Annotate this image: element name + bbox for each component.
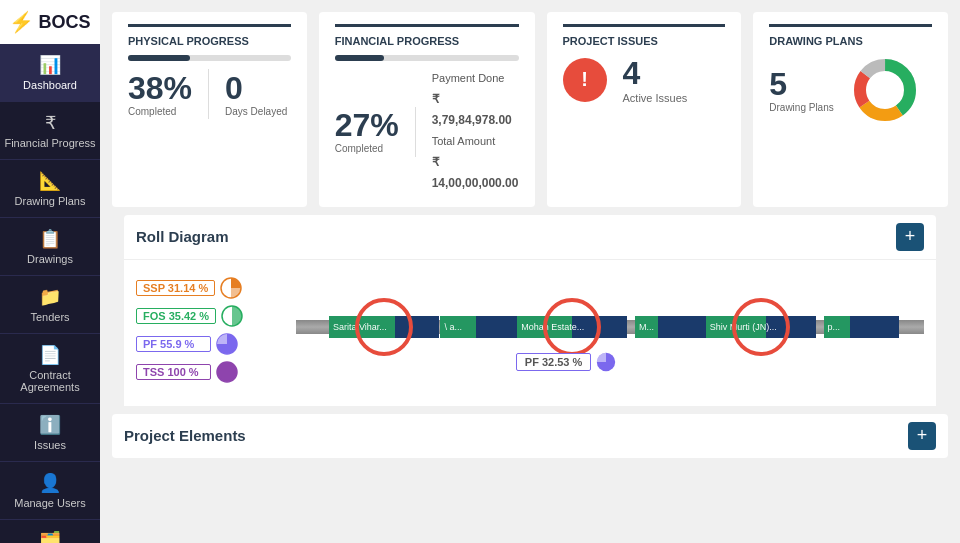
legend-items: SSP 31.14 % FOS 35.42 % [136,276,296,384]
sidebar-item-label: Contract Agreements [4,369,96,393]
total-amount-label: Total Amount [432,132,519,152]
main-content: PHYSICAL PROGRESS 38% Completed 0 Days D… [100,0,960,543]
station-1: Sarita Vihar... [329,297,439,357]
roll-diagram-layout: SSP 31.14 % FOS 35.42 % [136,272,924,394]
station-2-circle [543,298,601,356]
financial-completed-label: Completed [335,143,399,154]
sidebar-item-label: Manage Users [14,497,86,509]
legend-tss-tag: TSS 100 % [136,364,211,380]
drawing-plans-card: DRAWING PLANS 5 Drawing Plans [753,12,948,207]
drawing-plans-icon: 📐 [39,170,61,192]
sidebar-item-manage-users[interactable]: 👤 Manage Users [0,462,100,520]
tenders-icon: 📁 [39,286,61,308]
project-elements-title: Project Elements [124,427,246,444]
financial-amounts: Payment Done ₹ 3,79,84,978.00 Total Amou… [432,69,519,195]
issues-icon: ℹ️ [39,414,61,436]
sidebar-item-label: Tenders [30,311,69,323]
rail-area: Sarita Vihar... \ a... [296,272,924,382]
station-3-circle [732,298,790,356]
legend-pf-tag: PF 55.9 % [136,336,211,352]
sidebar-item-label: Drawing Plans [15,195,86,207]
divider [208,69,209,119]
station-3-inner: Shiv Murti (JN)... [706,297,816,357]
roll-diagram-title: Roll Diagram [136,228,229,245]
physical-progress-fill [128,55,190,61]
floating-pf-label: PF 32.53 % [516,351,617,373]
sidebar-item-label: Drawings [27,253,73,265]
legend-item-tss: TSS 100 % [136,360,296,384]
segment-3-label: p... [824,322,845,332]
project-issues-card: PROJECT ISSUES ! 4 Active Issues [547,12,742,207]
project-info-icon: 🗂️ [39,530,61,543]
legend-fos-tag: FOS 35.42 % [136,308,216,324]
floating-pf-pie [595,351,617,373]
financial-icon: ₹ [45,112,56,134]
contract-icon: 📄 [39,344,61,366]
financial-percentage: 27% [335,109,399,141]
drawing-count-block: 5 Drawing Plans [769,68,833,113]
physical-days-label: Days Delayed [225,106,287,117]
legend-tss-pie [215,360,239,384]
financial-progress-bar [335,55,519,61]
project-issues-content: ! 4 Active Issues [563,55,726,104]
sidebar-item-drawing-plans[interactable]: 📐 Drawing Plans [0,160,100,218]
station-2: Mohan Estate... [517,297,627,357]
project-elements-add-button[interactable]: + [908,422,936,450]
sidebar-item-drawings[interactable]: 📋 Drawings [0,218,100,276]
sidebar-item-contract[interactable]: 📄 Contract Agreements [0,334,100,404]
financial-progress-fill [335,55,385,61]
floating-pf-tag: PF 32.53 % [516,353,591,371]
roll-diagram-section: Roll Diagram + SSP 31.14 % [112,215,948,406]
drawing-plans-content: 5 Drawing Plans [769,55,932,125]
station-1-inner: Sarita Vihar... [329,297,439,357]
issues-count-block: 4 Active Issues [623,55,688,104]
roll-diagram-add-button[interactable]: + [896,223,924,251]
issue-alert-icon: ! [563,58,607,102]
legend-fos-pie [220,304,244,328]
legend-pf-pie [215,332,239,356]
physical-percentage-block: 38% Completed [128,72,192,117]
segment-1: \ a... [440,316,528,338]
station-1-circle [355,298,413,356]
sidebar-item-financial[interactable]: ₹ Financial Progress [0,102,100,160]
physical-completed-label: Completed [128,106,192,117]
divider-2 [415,107,416,157]
issues-count: 4 [623,55,688,92]
svg-point-8 [217,362,237,382]
physical-progress-content: 38% Completed 0 Days Delayed [128,69,291,119]
drawing-donut-chart [850,55,920,125]
physical-days-block: 0 Days Delayed [225,72,287,117]
physical-days: 0 [225,72,287,104]
sidebar-item-label: Issues [34,439,66,451]
legend-ssp-pie [219,276,243,300]
financial-progress-title: FINANCIAL PROGRESS [335,24,519,47]
drawing-count: 5 [769,68,833,100]
roll-diagram-legend: SSP 31.14 % FOS 35.42 % [136,272,296,394]
roll-diagram-header: Roll Diagram + [124,215,936,259]
project-issues-title: PROJECT ISSUES [563,24,726,47]
roll-diagram-visual: Sarita Vihar... \ a... [296,272,924,394]
segment-2-label: M... [635,322,658,332]
logo-text: BOCS [38,12,90,33]
financial-percentage-block: 27% Completed [335,109,399,154]
financial-progress-content: 27% Completed Payment Done ₹ 3,79,84,978… [335,69,519,195]
sidebar-item-issues[interactable]: ℹ️ Issues [0,404,100,462]
physical-progress-card: PHYSICAL PROGRESS 38% Completed 0 Days D… [112,12,307,207]
manage-users-icon: 👤 [39,472,61,494]
segment-2: M... [635,316,710,338]
total-amount-value: ₹ 14,00,00,000.00 [432,152,519,195]
sidebar-item-dashboard[interactable]: 📊 Dashboard [0,44,100,102]
physical-progress-bar [128,55,291,61]
sidebar-item-tenders[interactable]: 📁 Tenders [0,276,100,334]
issues-active-label: Active Issues [623,92,688,104]
segment-1-label: \ a... [440,322,466,332]
sidebar-item-project-info[interactable]: 🗂️ Project Info [0,520,100,543]
drawing-plans-title: DRAWING PLANS [769,24,932,47]
legend-item-ssp: SSP 31.14 % [136,276,296,300]
payment-done-label: Payment Done [432,69,519,89]
cards-row: PHYSICAL PROGRESS 38% Completed 0 Days D… [100,0,960,215]
station-2-inner: Mohan Estate... [517,297,627,357]
project-elements-header: Project Elements + [112,414,948,458]
logo-icon: ⚡ [9,10,34,34]
legend-ssp-tag: SSP 31.14 % [136,280,215,296]
